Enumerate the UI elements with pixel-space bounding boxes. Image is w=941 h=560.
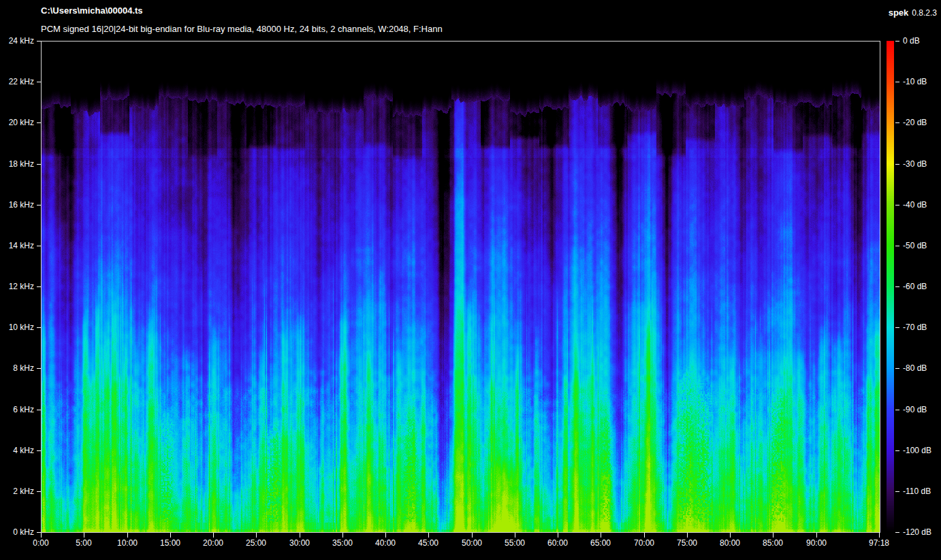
time-tick [127,533,128,538]
time-tick [687,533,688,538]
freq-tick [37,164,41,165]
time-tick-label: 45:00 [408,538,449,548]
spectrogram-canvas [42,42,880,532]
db-tick-label: -30 dB [903,159,941,169]
time-tick [816,533,817,538]
time-tick-label: 15:00 [150,538,191,548]
spectrogram-plot [41,41,880,533]
db-tick [895,164,899,165]
db-tick [895,205,899,205]
freq-tick-label: 6 kHz [0,405,34,414]
db-tick [895,450,899,451]
time-tick-label: 97:18 [859,538,899,548]
file-path-title: C:\Users\micha\00004.ts [41,5,143,16]
freq-tick-label: 0 kHz [0,527,34,537]
db-tick-label: -20 dB [903,118,941,127]
time-tick-label: 85:00 [752,538,793,548]
freq-tick [37,122,41,123]
audio-format-info: PCM signed 16|20|24-bit big-endian for B… [41,24,443,34]
db-tick [895,368,899,369]
db-tick [895,532,899,533]
time-tick-label: 65:00 [580,538,621,548]
db-tick [895,122,899,123]
freq-tick-label: 8 kHz [0,363,34,373]
freq-tick [37,410,41,410]
freq-tick-label: 4 kHz [0,446,34,455]
time-tick [256,533,257,538]
time-tick [300,533,300,538]
freq-tick [37,286,41,287]
time-tick-label: 75:00 [667,538,707,548]
time-tick [730,533,731,538]
time-tick-label: 10:00 [107,538,148,548]
time-tick [472,533,473,538]
time-tick [428,533,429,538]
time-tick-label: 70:00 [624,538,665,548]
app-brand: spek0.8.2.3 [889,6,937,18]
freq-tick-label: 2 kHz [0,487,34,496]
time-tick-label: 50:00 [451,538,492,548]
time-tick [601,533,601,538]
time-tick-label: 25:00 [236,538,276,548]
time-tick [84,533,84,538]
db-tick [895,286,899,287]
time-tick-label: 0:00 [20,538,61,548]
db-tick [895,491,899,492]
time-tick [879,533,880,538]
time-tick-label: 40:00 [365,538,406,548]
freq-tick [37,82,41,82]
db-tick-label: -120 dB [903,527,941,537]
time-tick [773,533,773,538]
time-tick [644,533,645,538]
freq-tick-label: 20 kHz [0,118,34,127]
db-tick [895,246,899,246]
db-tick [895,82,899,82]
time-tick [385,533,386,538]
time-tick-label: 5:00 [63,538,104,548]
colorbar-legend [887,41,894,533]
freq-tick-label: 14 kHz [0,241,34,250]
time-tick [213,533,214,538]
db-tick [895,410,899,410]
freq-tick [37,41,41,42]
time-tick-label: 60:00 [537,538,578,548]
db-tick [895,41,899,42]
db-tick [895,327,899,328]
db-tick-label: -40 dB [903,200,941,210]
time-tick [342,533,343,538]
time-tick-label: 55:00 [494,538,535,548]
freq-tick [37,368,41,369]
time-tick [41,533,42,538]
freq-tick-label: 18 kHz [0,159,34,169]
freq-tick-label: 12 kHz [0,282,34,291]
db-tick-label: -90 dB [903,405,941,414]
freq-tick [37,327,41,328]
db-tick-label: -100 dB [903,446,941,455]
freq-tick [37,205,41,205]
app-version: 0.8.2.3 [912,8,937,18]
time-tick-label: 80:00 [709,538,750,548]
freq-tick-label: 16 kHz [0,200,34,210]
freq-tick-label: 24 kHz [0,36,34,46]
freq-tick [37,246,41,246]
freq-tick-label: 22 kHz [0,77,34,86]
db-tick-label: -50 dB [903,241,941,250]
db-tick-label: -70 dB [903,323,941,332]
time-tick [558,533,558,538]
time-tick-label: 90:00 [796,538,837,548]
freq-tick-label: 10 kHz [0,323,34,332]
time-tick-label: 35:00 [322,538,363,548]
time-tick-label: 20:00 [193,538,234,548]
app-name: spek [889,7,909,18]
time-tick [515,533,515,538]
db-tick-label: 0 dB [903,36,941,46]
db-tick-label: -60 dB [903,282,941,291]
spek-window: C:\Users\micha\00004.ts PCM signed 16|20… [0,0,941,560]
time-tick-label: 30:00 [279,538,320,548]
db-tick-label: -10 dB [903,77,941,86]
db-tick-label: -80 dB [903,363,941,373]
freq-tick [37,450,41,451]
time-tick [170,533,171,538]
db-tick-label: -110 dB [903,487,941,496]
freq-tick [37,491,41,492]
